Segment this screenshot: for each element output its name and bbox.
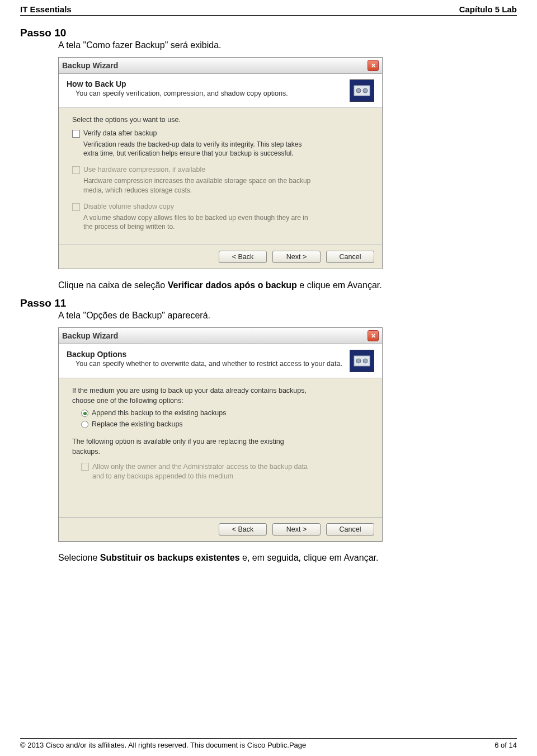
checkbox-disable-shadow: [72, 203, 80, 211]
cancel-button[interactable]: Cancel: [326, 251, 374, 263]
step10-after-suffix: e clique em Avançar.: [297, 280, 382, 290]
dialog1-banner-sub: You can specify verification, compressio…: [76, 90, 344, 97]
dialog2-banner: Backup Options You can specify whether t…: [59, 344, 382, 378]
step10-text: A tela "Como fazer Backup" será exibida.: [58, 40, 494, 50]
header-right: Capítulo 5 Lab: [459, 4, 517, 14]
checkbox-verify-data[interactable]: [72, 130, 80, 138]
step11-after-prefix: Selecione: [58, 553, 100, 562]
back-button[interactable]: < Back: [219, 251, 267, 263]
dialog2-intro: If the medium you are using to back up y…: [72, 386, 313, 406]
opt-verify-desc: Verification reads the backed-up data to…: [83, 140, 318, 158]
step10-after: Clique na caixa de seleção Verificar dad…: [58, 280, 494, 290]
dialog2-titlebar: Backup Wizard ✕: [59, 328, 382, 344]
dialog2-banner-sub: You can specify whether to overwrite dat…: [76, 360, 344, 368]
svg-point-1: [356, 88, 361, 93]
radio-append-label: Append this backup to the existing backu…: [92, 409, 226, 417]
dialog2-banner-title: Backup Options: [67, 350, 344, 359]
dialog1-title: Backup Wizard: [62, 61, 118, 70]
dialog2-mid: The following option is available only i…: [72, 437, 313, 457]
step10-after-prefix: Clique na caixa de seleção: [58, 280, 168, 290]
opt-hwcomp-label: Use hardware compression, if available: [83, 166, 205, 173]
footer-left: © 2013 Cisco and/or its affiliates. All …: [20, 741, 306, 749]
step11-after-bold: Substituir os backups existentes: [100, 553, 240, 562]
dialog1-banner-title: How to Back Up: [67, 79, 344, 88]
checkbox-restrict-access: [81, 463, 89, 471]
svg-point-4: [356, 359, 361, 363]
checkbox-hw-compression: [72, 166, 80, 174]
opt-shadow-desc: A volume shadow copy allows files to be …: [83, 213, 318, 231]
next-button[interactable]: Next >: [272, 251, 321, 263]
opt-hwcomp-desc: Hardware compression increases the avail…: [83, 176, 318, 194]
step11-text: A tela "Opções de Backup" aparecerá.: [58, 311, 494, 321]
back-button[interactable]: < Back: [219, 523, 267, 536]
header-rule: [20, 15, 517, 16]
svg-point-2: [363, 88, 368, 93]
next-button[interactable]: Next >: [272, 523, 321, 536]
dialog2-title: Backup Wizard: [62, 331, 118, 340]
step10-heading: Passo 10: [20, 27, 517, 39]
cancel-button[interactable]: Cancel: [326, 523, 374, 536]
restrict-access-label: Allow only the owner and the Administrat…: [92, 462, 316, 481]
footer-rule: [20, 738, 517, 739]
step11-heading: Passo 11: [20, 297, 517, 309]
dialog1-banner: How to Back Up You can specify verificat…: [59, 74, 382, 108]
step11-after-suffix: e, em seguida, clique em Avançar.: [240, 553, 379, 562]
opt-shadow-label: Disable volume shadow copy: [83, 203, 174, 210]
radio-replace-label: Replace the existing backups: [92, 420, 183, 428]
dialog1-titlebar: Backup Wizard ✕: [59, 58, 382, 74]
opt-verify-label: Verify data after backup: [83, 129, 157, 137]
step10-after-bold: Verificar dados após o backup: [168, 280, 297, 290]
radio-replace[interactable]: [81, 421, 88, 428]
footer-right: 6 of 14: [494, 741, 517, 749]
dialog-how-to-backup: Backup Wizard ✕ How to Back Up You can s…: [58, 57, 383, 269]
step11-after: Selecione Substituir os backups existent…: [58, 553, 494, 563]
dialog-backup-options: Backup Wizard ✕ Backup Options You can s…: [58, 327, 383, 542]
tape-drive-icon: [350, 79, 374, 102]
radio-append[interactable]: [81, 410, 88, 417]
tape-drive-icon: [350, 350, 374, 372]
header-left: IT Essentials: [20, 4, 72, 14]
close-icon[interactable]: ✕: [368, 330, 379, 341]
svg-point-5: [363, 359, 368, 363]
close-icon[interactable]: ✕: [368, 60, 379, 71]
dialog1-intro: Select the options you want to use.: [72, 116, 369, 124]
